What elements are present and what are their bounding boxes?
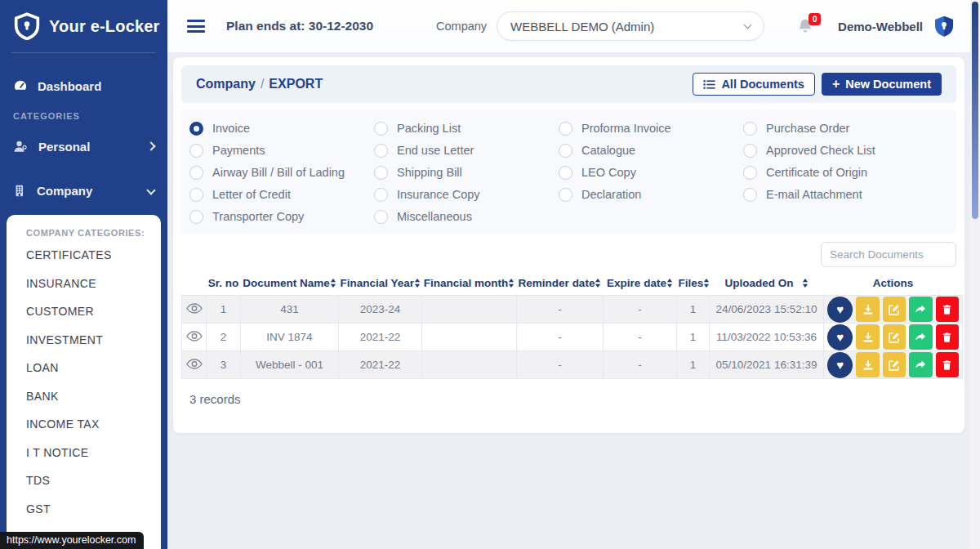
radio-button-icon[interactable]: [559, 166, 572, 180]
search-input[interactable]: [821, 242, 956, 267]
radio-button-icon[interactable]: [743, 144, 757, 158]
column-header-label: Actions: [873, 277, 914, 289]
share-button[interactable]: [909, 297, 932, 322]
page-scrollbar-thumb[interactable]: [972, 2, 978, 219]
share-button[interactable]: [909, 352, 932, 377]
radio-certificate-of-origin[interactable]: Certificate of Origin: [743, 163, 928, 182]
radio-catalogue[interactable]: Catalogue: [559, 141, 743, 160]
app-logo[interactable]: Your e-Locker: [0, 0, 167, 52]
chevron-down-icon: [744, 21, 752, 29]
radio-button-icon[interactable]: [374, 210, 388, 224]
sidebar-item-dashboard[interactable]: Dashboard: [0, 69, 167, 102]
sidebar-item-bank[interactable]: BANK: [7, 382, 161, 411]
share-icon: [915, 359, 926, 371]
column-header-uploaded-on[interactable]: Uploaded On: [710, 272, 824, 296]
edit-button[interactable]: [883, 297, 906, 322]
company-select[interactable]: WEBBELL DEMO (Admin): [497, 11, 764, 41]
sidebar-item-investment[interactable]: INVESTMENT: [7, 326, 161, 355]
column-header-files[interactable]: Files: [677, 272, 710, 296]
new-document-button[interactable]: + New Document: [822, 73, 942, 96]
sidebar-item-income-tax[interactable]: INCOME TAX: [7, 410, 161, 439]
radio-payments[interactable]: Payments: [189, 141, 374, 160]
delete-button[interactable]: [936, 352, 959, 377]
share-button[interactable]: [909, 324, 932, 350]
download-button[interactable]: [856, 324, 879, 350]
download-icon: [862, 359, 874, 371]
radio-approved-check-list[interactable]: Approved Check List: [743, 141, 928, 160]
all-documents-button[interactable]: All Documents: [693, 73, 815, 96]
radio-button-icon[interactable]: [559, 188, 572, 202]
radio-declaration[interactable]: Declaration: [559, 185, 743, 204]
sort-icon[interactable]: [508, 279, 514, 288]
view-document-button[interactable]: [186, 331, 203, 341]
radio-airway-bill-bill-of-lading[interactable]: Airway Bill / Bill of Lading: [189, 163, 374, 182]
radio-button-icon[interactable]: [189, 122, 203, 136]
view-document-button[interactable]: [186, 359, 203, 369]
download-icon: [862, 304, 874, 315]
edit-button[interactable]: [883, 324, 906, 350]
column-header-financial-year[interactable]: Financial Year: [339, 272, 422, 296]
favorite-button[interactable]: ♥: [827, 324, 853, 350]
edit-icon: [889, 332, 900, 343]
view-document-button[interactable]: [186, 303, 203, 314]
delete-button[interactable]: [936, 324, 959, 350]
notifications-button[interactable]: 0: [797, 18, 813, 35]
radio-letter-of-credit[interactable]: Letter of Credit: [189, 185, 374, 204]
radio-invoice[interactable]: Invoice: [189, 118, 374, 138]
sort-icon[interactable]: [595, 279, 601, 288]
download-button[interactable]: [856, 352, 879, 377]
sidebar-item-company[interactable]: Company: [0, 174, 167, 207]
radio-button-icon[interactable]: [374, 122, 388, 136]
radio-button-icon[interactable]: [189, 166, 203, 180]
radio-purchase-order[interactable]: Purchase Order: [743, 118, 928, 138]
favorite-button[interactable]: ♥: [827, 297, 853, 323]
radio-button-icon[interactable]: [743, 166, 757, 180]
breadcrumb-company-link[interactable]: Company: [196, 77, 256, 91]
sidebar-item-insurance[interactable]: INSURANCE: [7, 270, 161, 298]
download-button[interactable]: [856, 297, 879, 322]
radio-button-icon[interactable]: [374, 144, 388, 158]
radio-insurance-copy[interactable]: Insurance Copy: [374, 185, 559, 204]
radio-packing-list[interactable]: Packing List: [374, 118, 559, 138]
radio-button-icon[interactable]: [743, 188, 757, 202]
radio-miscellaneous[interactable]: Miscellaneous: [374, 207, 559, 226]
sidebar-item-i-t-notice[interactable]: I T NOTICE: [7, 439, 161, 467]
sort-icon[interactable]: [802, 279, 808, 288]
sidebar-item-tds[interactable]: TDS: [7, 466, 161, 495]
radio-e-mail-attachment[interactable]: E-mail Attachment: [743, 185, 928, 204]
sidebar-item-loan[interactable]: LOAN: [7, 354, 161, 382]
radio-button-icon[interactable]: [374, 166, 388, 180]
sidebar-item-customer[interactable]: CUSTOMER: [7, 297, 161, 326]
radio-button-icon[interactable]: [559, 122, 572, 136]
user-avatar[interactable]: [933, 15, 956, 38]
radio-transporter-copy[interactable]: Transporter Copy: [189, 207, 374, 226]
radio-leo-copy[interactable]: LEO Copy: [559, 163, 743, 182]
sort-icon[interactable]: [414, 279, 421, 288]
sidebar-item-gst[interactable]: GST: [7, 495, 161, 524]
radio-button-icon[interactable]: [189, 188, 203, 202]
favorite-button[interactable]: ♥: [827, 352, 853, 378]
radio-button-icon[interactable]: [559, 144, 572, 158]
column-header-reminder-date[interactable]: Reminder date: [517, 272, 604, 296]
delete-button[interactable]: [936, 297, 959, 322]
column-header-document-name[interactable]: Document Name: [241, 272, 339, 296]
hamburger-menu-icon[interactable]: [187, 20, 205, 33]
radio-column: Purchase OrderApproved Check ListCertifi…: [743, 116, 928, 229]
sort-icon[interactable]: [703, 279, 709, 288]
column-header-financial-month[interactable]: Financial month: [422, 272, 517, 296]
radio-label: Transporter Copy: [212, 210, 304, 223]
sort-icon[interactable]: [666, 279, 673, 288]
column-header-label: Expire date: [607, 277, 666, 289]
radio-button-icon[interactable]: [189, 210, 203, 224]
radio-button-icon[interactable]: [189, 144, 203, 158]
radio-proforma-invoice[interactable]: Proforma Invoice: [559, 118, 743, 138]
radio-button-icon[interactable]: [374, 188, 388, 202]
radio-end-use-letter[interactable]: End use Letter: [374, 141, 559, 160]
edit-button[interactable]: [883, 352, 906, 377]
radio-shipping-bill[interactable]: Shipping Bill: [374, 163, 559, 182]
sidebar-item-personal[interactable]: Personal: [0, 130, 167, 163]
column-header-expire-date[interactable]: Expire date: [604, 272, 677, 296]
radio-button-icon[interactable]: [743, 122, 757, 136]
sort-icon[interactable]: [330, 279, 336, 288]
sidebar-item-certificates[interactable]: CERTIFICATES: [7, 241, 161, 270]
